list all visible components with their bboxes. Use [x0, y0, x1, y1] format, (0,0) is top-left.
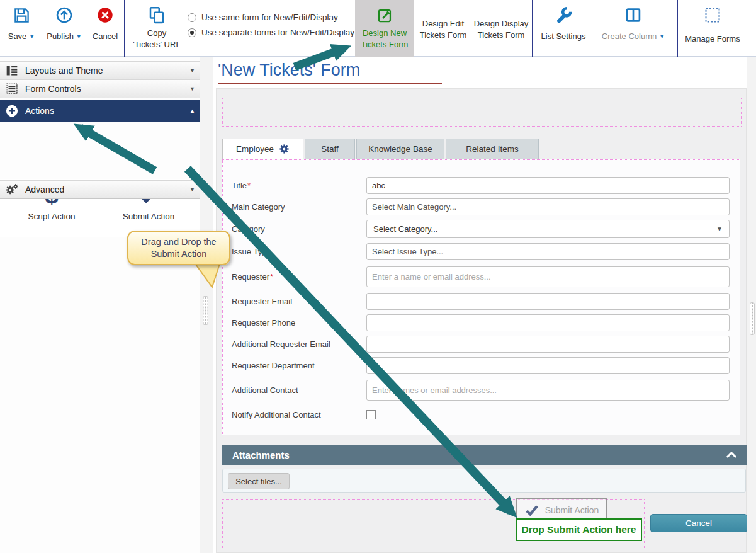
page-title: 'New Tickets' Form — [218, 60, 360, 80]
design-new-tickets-form-button[interactable]: Design New Tickets Form — [355, 0, 414, 59]
issue-type-input[interactable] — [366, 243, 730, 260]
create-column-label: Create Column — [602, 31, 657, 41]
design-display-label-line2: Tickets Form — [478, 30, 525, 40]
cancel-label: Cancel — [93, 31, 118, 41]
ribbon-divider — [532, 0, 533, 57]
manage-forms-icon — [704, 5, 721, 25]
save-icon — [13, 5, 30, 25]
copy-label-line1: Copy — [147, 28, 166, 38]
actions-label: Actions — [25, 106, 189, 116]
field-label: Category — [232, 224, 265, 234]
tab-related-items-label: Related Items — [466, 144, 518, 154]
form-cancel-button[interactable]: Cancel — [650, 514, 747, 532]
field-row-requester-email: Requester Email — [223, 292, 740, 310]
create-column-dropdown-caret-icon[interactable]: ▼ — [659, 33, 665, 40]
field-label: Additional Contact — [232, 385, 298, 395]
requester-input[interactable] — [366, 266, 730, 287]
field-label: Notify Additional Contact — [232, 410, 321, 419]
manage-forms-label: Manage Forms — [685, 34, 740, 43]
tab-staff[interactable]: Staff — [305, 139, 355, 159]
publish-dropdown-caret-icon[interactable]: ▼ — [76, 33, 82, 40]
field-label: Requester* — [232, 272, 273, 282]
copy-icon — [147, 5, 166, 25]
form-mode-radio-group: Use same form for New/Edit/Display Use s… — [188, 13, 354, 37]
right-splitter[interactable] — [747, 57, 756, 553]
column-icon — [624, 5, 642, 25]
requester-phone-input[interactable] — [366, 314, 730, 331]
sidebar-splitter[interactable] — [200, 57, 213, 553]
select-caret-icon: ▼ — [716, 225, 723, 232]
tab-settings-gear-icon[interactable] — [279, 144, 290, 154]
form-controls-label: Form Controls — [25, 84, 189, 94]
required-marker: * — [247, 181, 251, 190]
top-drop-zone[interactable] — [222, 98, 742, 127]
sidebar-section-form-controls[interactable]: Form Controls ▼ — [0, 79, 200, 98]
chevron-up-icon: ▲ — [189, 108, 195, 114]
radio-selected-icon[interactable] — [188, 28, 196, 37]
ribbon-divider — [677, 0, 678, 57]
field-row-category: Category Select Category... ▼ — [223, 219, 740, 238]
field-row-issue-type: Issue Type — [223, 242, 740, 260]
form-tab-strip: Employee Staff Knowledge Base Related It… — [222, 139, 747, 159]
submit-action-check-icon — [524, 503, 540, 517]
tab-knowledge-base[interactable]: Knowledge Base — [356, 139, 444, 159]
sidebar-section-actions[interactable]: Actions ▲ — [0, 100, 200, 122]
publish-button[interactable]: Publish▼ — [43, 0, 86, 57]
form-design-surface: Employee Staff Knowledge Base Related It… — [216, 88, 747, 553]
category-select-value: Select Category... — [373, 224, 437, 234]
publish-label: Publish — [47, 31, 74, 41]
category-select[interactable]: Select Category... ▼ — [366, 220, 730, 238]
select-files-button[interactable]: Select files... — [228, 473, 290, 489]
chevron-down-icon: ▼ — [189, 86, 195, 92]
publish-icon — [55, 5, 73, 25]
form-canvas: 'New Tickets' Form Employee Staff Knowle… — [213, 57, 747, 553]
layouts-icon — [5, 64, 19, 77]
list-settings-label: List Settings — [541, 31, 586, 41]
save-button[interactable]: Save▼ — [3, 0, 40, 57]
save-dropdown-caret-icon[interactable]: ▼ — [29, 33, 35, 40]
additional-contact-input[interactable] — [366, 380, 730, 401]
field-label: Main Category — [232, 202, 285, 212]
list-settings-button[interactable]: List Settings — [536, 0, 590, 57]
tab-employee[interactable]: Employee — [222, 139, 303, 159]
splitter-grip[interactable] — [750, 302, 755, 335]
requester-email-input[interactable] — [366, 293, 730, 310]
attachments-section-header[interactable]: Attachments — [222, 445, 747, 465]
radio-same-form[interactable]: Use same form for New/Edit/Display — [188, 13, 354, 22]
additional-requester-email-input[interactable] — [366, 336, 730, 353]
copy-tickets-url-button[interactable]: Copy 'Tickets' URL — [129, 0, 184, 57]
field-label: Requester Department — [232, 361, 315, 370]
collapse-chevron-icon[interactable] — [726, 452, 737, 459]
field-row-notify-additional-contact: Notify Additional Contact — [223, 409, 740, 420]
required-marker: * — [270, 272, 273, 282]
field-row-requester-department: Requester Department — [223, 356, 740, 374]
ribbon-divider — [353, 0, 353, 57]
requester-department-input[interactable] — [366, 357, 730, 374]
create-column-button[interactable]: Create Column▼ — [592, 0, 675, 57]
radio-separate-forms[interactable]: Use separate forms for New/Edit/Display — [188, 28, 354, 37]
copy-label-line2: 'Tickets' URL — [133, 40, 180, 49]
main-category-input[interactable] — [366, 198, 730, 215]
tab-staff-label: Staff — [321, 144, 339, 154]
save-label: Save — [8, 31, 27, 41]
field-label: Requester Email — [232, 297, 292, 306]
tab-employee-label: Employee — [236, 144, 274, 154]
cancel-ribbon-button[interactable]: Cancel — [88, 0, 122, 57]
radio-unselected-icon[interactable] — [188, 13, 196, 22]
advanced-label: Advanced — [25, 185, 189, 195]
design-display-tickets-form-button[interactable]: Design Display Tickets Form — [471, 0, 531, 57]
drop-submit-action-hint: Drop Submit Action here — [516, 518, 642, 541]
cancel-icon — [96, 5, 114, 25]
layouts-and-theme-label: Layouts and Theme — [25, 66, 189, 76]
notify-additional-contact-checkbox[interactable] — [366, 410, 376, 419]
title-input[interactable] — [366, 177, 730, 194]
tab-related-items[interactable]: Related Items — [446, 139, 539, 159]
design-edit-tickets-form-button[interactable]: Design Edit Tickets Form — [415, 0, 471, 57]
manage-forms-button[interactable]: Manage Forms — [683, 0, 742, 57]
splitter-grip[interactable] — [203, 296, 208, 325]
sidebar-section-advanced[interactable]: Advanced ▼ — [0, 180, 200, 199]
field-row-main-category: Main Category — [223, 198, 740, 215]
field-label: Additional Requester Email — [232, 339, 330, 349]
gear-icon — [5, 183, 19, 197]
sidebar-section-layouts-and-theme[interactable]: Layouts and Theme ▼ — [0, 61, 200, 79]
